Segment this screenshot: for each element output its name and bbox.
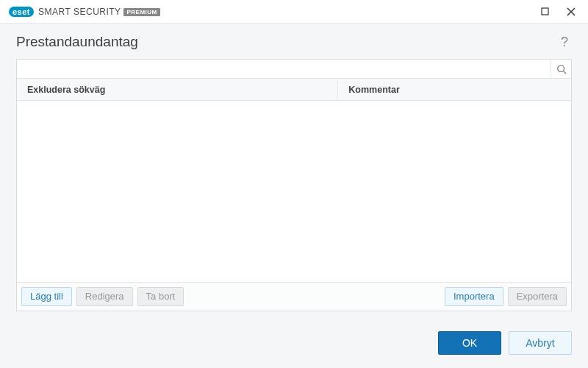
titlebar: eset SMART SECURITY PREMIUM (0, 0, 588, 24)
table-header: Exkludera sökväg Kommentar (17, 79, 571, 101)
export-button[interactable]: Exportera (508, 287, 567, 306)
close-button[interactable] (559, 1, 584, 22)
eset-logo-badge: eset (9, 7, 34, 17)
svg-point-3 (557, 65, 564, 71)
column-header-comment[interactable]: Kommentar (338, 85, 571, 95)
edit-button[interactable]: Redigera (76, 287, 133, 306)
search-input[interactable] (17, 60, 551, 78)
product-name-suffix: SECURITY (74, 7, 121, 17)
dialog-footer: OK Avbryt (0, 321, 588, 368)
svg-rect-0 (542, 8, 548, 15)
add-button[interactable]: Lägg till (21, 287, 72, 306)
svg-line-4 (563, 71, 566, 74)
page-title: Prestandaundantag (16, 34, 138, 50)
column-header-path[interactable]: Exkludera sökväg (17, 79, 338, 100)
close-icon (567, 7, 576, 16)
premium-badge: PREMIUM (123, 8, 159, 16)
search-button[interactable] (551, 60, 571, 78)
cancel-button[interactable]: Avbryt (509, 331, 572, 355)
table-body (17, 101, 571, 282)
action-row: Lägg till Redigera Ta bort Importera Exp… (17, 282, 571, 311)
maximize-button[interactable] (532, 1, 557, 22)
product-logo: eset SMART SECURITY PREMIUM (9, 7, 160, 17)
delete-button[interactable]: Ta bort (137, 287, 184, 306)
product-name: SMART SECURITY PREMIUM (38, 7, 160, 17)
search-row (17, 60, 571, 79)
import-button[interactable]: Importera (445, 287, 503, 306)
ok-button[interactable]: OK (438, 331, 501, 355)
search-icon (556, 64, 567, 74)
exclusions-panel: Exkludera sökväg Kommentar Lägg till Red… (16, 59, 572, 311)
page-header: Prestandaundantag ? (0, 24, 588, 59)
help-icon[interactable]: ? (557, 35, 572, 50)
maximize-icon (541, 7, 549, 15)
product-name-prefix: SMART (38, 7, 71, 17)
window-controls (532, 1, 584, 22)
